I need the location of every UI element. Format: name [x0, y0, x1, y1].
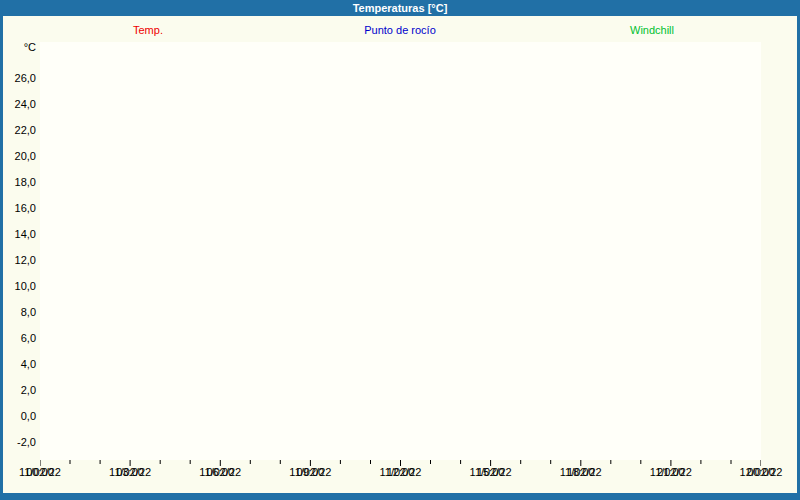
- chart-panel: Temp. Punto de rocío Windchill °C -2,00,…: [3, 16, 797, 493]
- y-axis-tick-label: 22,0: [3, 124, 36, 137]
- y-axis-tick-label: 24,0: [3, 98, 36, 111]
- y-axis-tick-label: 8,0: [3, 306, 36, 319]
- y-axis-tick-label: 18,0: [3, 176, 36, 189]
- y-axis-tick-label: 0,0: [3, 410, 36, 423]
- y-axis-tick-label: 14,0: [3, 228, 36, 241]
- temperature-chart: [40, 42, 761, 469]
- y-axis-unit-label: °C: [5, 41, 36, 53]
- legend-item-dew-point: Punto de rocío: [320, 24, 480, 36]
- app-window: Temperaturas [°C] Temp. Punto de rocío W…: [0, 0, 800, 500]
- y-axis-tick-label: 12,0: [3, 254, 36, 267]
- y-axis-tick-label: 16,0: [3, 202, 36, 215]
- y-axis-tick-label: 4,0: [3, 358, 36, 371]
- window-title: Temperaturas [°C]: [353, 2, 448, 14]
- y-axis-tick-label: 26,0: [3, 72, 36, 85]
- legend-item-windchill: Windchill: [630, 24, 674, 36]
- y-axis-tick-label: 6,0: [3, 332, 36, 345]
- y-axis-tick-label: 20,0: [3, 150, 36, 163]
- plot-background: [40, 42, 761, 460]
- y-axis-tick-label: -2,0: [3, 436, 36, 449]
- y-axis-tick-label: 2,0: [3, 384, 36, 397]
- legend-item-temp: Temp.: [133, 24, 163, 36]
- title-bar: Temperaturas [°C]: [0, 0, 800, 16]
- y-axis-tick-label: 10,0: [3, 280, 36, 293]
